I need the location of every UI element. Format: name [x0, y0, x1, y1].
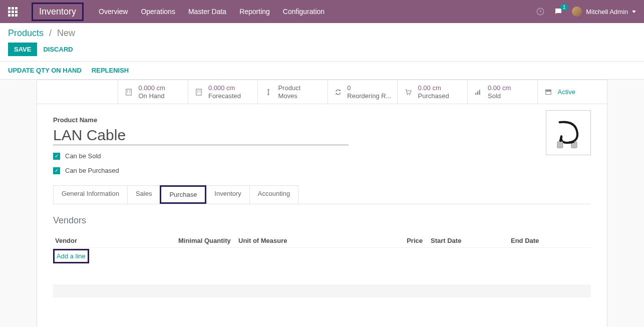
svg-rect-18 [557, 142, 562, 148]
add-line-link[interactable]: Add a line [53, 249, 89, 263]
arrows-v-icon [264, 88, 273, 97]
on-hand-value: 0.000 cm [138, 84, 165, 92]
archive-icon [544, 88, 553, 97]
nav-master-data[interactable]: Master Data [188, 8, 226, 16]
active-label: Active [558, 88, 575, 96]
purchased-value: 0.00 cm [418, 84, 449, 92]
form-sheet-bg: 0.000 cm On Hand 0.000 cm Forecasted Pro… [0, 80, 644, 327]
clock-icon[interactable] [536, 7, 545, 16]
svg-rect-3 [130, 90, 131, 91]
svg-point-11 [407, 94, 408, 95]
svg-rect-8 [199, 90, 200, 91]
col-uom: Unit of Measure [238, 237, 364, 244]
tab-inventory[interactable]: Inventory [206, 185, 249, 204]
tab-accounting[interactable]: Accounting [249, 185, 298, 204]
can-be-purchased-label: Can be Purchased [65, 167, 119, 174]
stat-reorder[interactable]: 0 Reordering R... [328, 80, 398, 104]
col-end-date: End Date [511, 237, 591, 244]
user-name: Mitchell Admin [586, 8, 628, 16]
tab-general[interactable]: General Information [53, 185, 128, 204]
on-hand-label: On Hand [138, 92, 165, 100]
stat-on-hand[interactable]: 0.000 cm On Hand [118, 80, 188, 104]
moves-label2: Moves [278, 92, 300, 100]
stat-sold[interactable]: 0.00 cm Sold [467, 80, 537, 104]
breadcrumb-current: New [57, 28, 75, 38]
nav-operations[interactable]: Operations [141, 8, 175, 16]
nav-menu: Overview Operations Master Data Reportin… [99, 8, 536, 16]
svg-rect-7 [197, 90, 198, 91]
reorder-value: 0 [347, 84, 391, 92]
svg-rect-10 [199, 92, 200, 93]
col-start-date: Start Date [431, 237, 511, 244]
nav-overview[interactable]: Overview [99, 8, 128, 16]
stat-buttons: 0.000 cm On Hand 0.000 cm Forecasted Pro… [37, 80, 607, 104]
svg-rect-15 [479, 90, 480, 95]
update-qty-button[interactable]: UPDATE QTY ON HAND [8, 67, 82, 74]
svg-rect-1 [126, 89, 132, 95]
vendor-table-header: Vendor Minimal Quantity Unit of Measure … [53, 234, 591, 248]
breadcrumb-products[interactable]: Products [8, 28, 44, 38]
control-panel: Products / New SAVE DISCARD [0, 23, 644, 62]
action-bar: UPDATE QTY ON HAND REPLENISH [0, 62, 644, 80]
vendor-table: Vendor Minimal Quantity Unit of Measure … [53, 234, 591, 297]
messages-button[interactable]: 1 [554, 7, 563, 16]
svg-rect-16 [545, 89, 551, 91]
bars-icon [474, 88, 483, 97]
cart-icon [404, 88, 413, 97]
tab-purchase[interactable]: Purchase [160, 185, 206, 204]
purchased-label: Purchased [418, 92, 449, 100]
col-vendor: Vendor [53, 237, 178, 244]
svg-rect-14 [477, 91, 478, 95]
brand-title[interactable]: Inventory [32, 3, 84, 21]
sold-value: 0.00 cm [488, 84, 511, 92]
product-name-label: Product Name [53, 116, 591, 124]
col-min-qty: Minimal Quantity [178, 237, 238, 244]
lan-cable-image [551, 115, 586, 150]
apps-icon[interactable] [8, 7, 18, 17]
forecast-label: Forecasted [208, 92, 241, 100]
replenish-button[interactable]: REPLENISH [92, 67, 129, 74]
user-menu[interactable]: Mitchell Admin [572, 7, 636, 17]
save-button[interactable]: SAVE [8, 43, 37, 56]
stat-active[interactable]: Active [537, 80, 607, 104]
svg-rect-4 [127, 92, 128, 93]
vendors-title: Vendors [53, 215, 591, 226]
building-icon [194, 88, 203, 97]
breadcrumb-sep: / [49, 28, 52, 38]
can-be-sold-label: Can be Sold [65, 152, 101, 160]
empty-row [53, 284, 591, 297]
tab-sales[interactable]: Sales [127, 185, 161, 204]
stat-purchased[interactable]: 0.00 cm Purchased [397, 80, 467, 104]
tab-content: Vendors Vendor Minimal Quantity Unit of … [53, 204, 591, 327]
svg-rect-13 [475, 93, 476, 95]
stat-forecast[interactable]: 0.000 cm Forecasted [188, 80, 258, 104]
breadcrumb: Products / New [8, 28, 636, 39]
messages-badge: 1 [560, 4, 568, 11]
reorder-label: Reordering R... [347, 92, 391, 100]
stat-moves[interactable]: Product Moves [257, 80, 328, 104]
avatar [572, 7, 582, 17]
building-icon [124, 88, 133, 97]
stat-empty [37, 80, 118, 104]
product-image[interactable] [546, 110, 591, 155]
main-navbar: Inventory Overview Operations Master Dat… [0, 0, 644, 23]
nav-reporting[interactable]: Reporting [239, 8, 270, 16]
svg-rect-17 [545, 91, 551, 94]
svg-point-12 [409, 94, 410, 95]
nav-configuration[interactable]: Configuration [283, 8, 325, 16]
can-be-sold-checkbox[interactable]: ✓ [53, 153, 60, 160]
moves-label1: Product [278, 84, 300, 92]
product-name-input[interactable] [53, 126, 349, 145]
svg-rect-2 [127, 90, 128, 91]
form-sheet: 0.000 cm On Hand 0.000 cm Forecasted Pro… [37, 80, 607, 327]
caret-down-icon [632, 11, 636, 13]
refresh-icon [334, 88, 342, 97]
can-be-purchased-checkbox[interactable]: ✓ [53, 167, 60, 174]
tabs: General Information Sales Purchase Inven… [53, 185, 591, 204]
discard-button[interactable]: DISCARD [43, 46, 73, 53]
col-price: Price [401, 237, 431, 244]
svg-rect-5 [130, 92, 131, 93]
forecast-value: 0.000 cm [208, 84, 241, 92]
svg-rect-6 [196, 89, 202, 95]
sold-label: Sold [488, 92, 511, 100]
